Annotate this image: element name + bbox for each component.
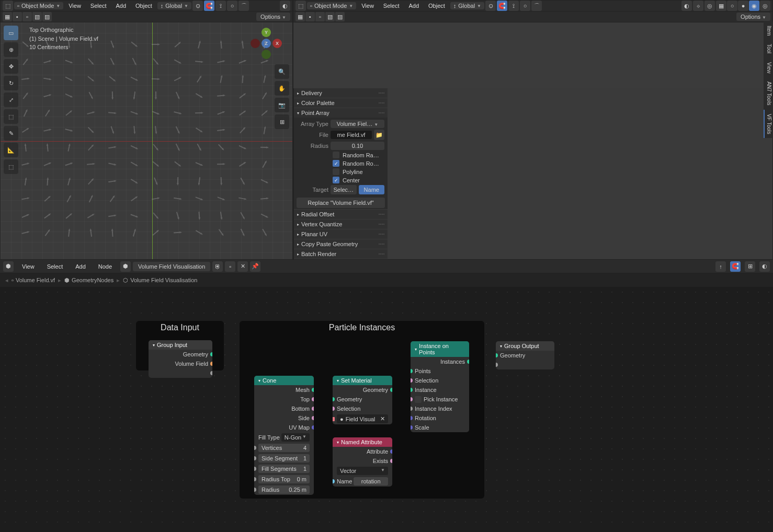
panel-color-palette[interactable]: ▸Color Palette (294, 98, 388, 108)
menu-view[interactable]: View (64, 2, 85, 10)
pivot-icon[interactable]: ⊙ (485, 1, 496, 11)
snap-icon[interactable]: 🧲 (497, 1, 507, 11)
panel-batch-render[interactable]: ▸Batch Render (294, 249, 388, 259)
pan-tool[interactable]: ✋ (275, 81, 289, 96)
select-mode-2[interactable]: ▪ (13, 12, 22, 21)
shield-icon[interactable]: ⛨ (212, 261, 223, 272)
transform-tool[interactable]: ⬚ (4, 109, 18, 124)
file-field[interactable]: me Field.vf (331, 131, 372, 139)
polyline-check[interactable]: Polyline (297, 168, 384, 175)
mode-selector[interactable]: ▫ Object Mode ▼ (14, 2, 63, 9)
replace-button[interactable]: Replace "Volume Field.vf" (297, 198, 385, 208)
select-mode-3[interactable]: ▫ (22, 12, 32, 21)
select-mode-5[interactable]: ▨ (42, 12, 52, 21)
random-ro-check[interactable]: Random Ro… (297, 160, 384, 167)
node-group-output[interactable]: ▾Group Output Geometry (496, 341, 554, 369)
options-button[interactable]: Options ▼ (736, 13, 770, 21)
tab-tool[interactable]: Tool (764, 40, 773, 57)
duplicate-icon[interactable]: ▫ (225, 261, 235, 272)
tab-item[interactable]: Item (764, 21, 773, 40)
overlay-icon[interactable]: ◐ (681, 1, 692, 11)
falloff-icon[interactable]: ⌒ (531, 1, 542, 11)
target-name-btn[interactable]: Name (359, 185, 385, 194)
zoom-tool[interactable]: 🔍 (275, 64, 289, 79)
parent-icon[interactable]: ↑ (715, 261, 726, 272)
shading-material[interactable]: ◉ (749, 1, 759, 11)
menu-add[interactable]: Add (71, 262, 90, 271)
orientation-selector[interactable]: ↕Global▼ (450, 2, 484, 9)
node-cone[interactable]: ▾Cone Mesh Top Bottom Side UV Map Fill T… (254, 376, 314, 495)
editor-type-icon[interactable]: ⬢ (3, 261, 14, 272)
proportional-icon[interactable]: ○ (227, 1, 237, 11)
shading-wire[interactable]: ○ (727, 1, 737, 11)
radius-field[interactable]: 0.10 (331, 142, 384, 150)
overlay-icon[interactable]: ◐ (280, 1, 290, 11)
snap-type[interactable]: ⊞ (745, 261, 755, 272)
menu-select[interactable]: Select (379, 2, 404, 10)
target-select-btn[interactable]: Selec… (331, 185, 357, 194)
scale-tool[interactable]: ⤢ (4, 92, 18, 107)
menu-select[interactable]: Select (43, 262, 67, 271)
tree-type-icon[interactable]: ⬢ (120, 261, 131, 272)
editor-type-icon[interactable]: ⬚ (295, 1, 306, 11)
cursor-tool[interactable]: ⊕ (4, 42, 18, 57)
mode-selector[interactable]: ▫Object Mode▼ (307, 2, 356, 9)
material-field[interactable]: ●Field Visual✕ (337, 414, 388, 423)
shading-solid[interactable]: ● (738, 1, 748, 11)
menu-node[interactable]: Node (94, 262, 116, 271)
random-ra-check[interactable]: Random Ra… (297, 152, 384, 158)
overlay-toggle[interactable]: ◐ (759, 261, 770, 272)
tab-view[interactable]: View (764, 58, 773, 78)
panel-vertex-quantize[interactable]: ▸Vertex Quantize (294, 219, 388, 229)
node-tree-name[interactable]: Volume Field Visualisation (133, 262, 210, 271)
tab-an7-tools[interactable]: AN7 Tools (764, 77, 773, 109)
panel-point-array[interactable]: ▾Point Array (294, 108, 388, 118)
unlink-icon[interactable]: ✕ (237, 261, 248, 272)
snap-icon[interactable]: 🧲 (204, 1, 214, 11)
center-check[interactable]: Center (297, 177, 384, 183)
file-browse-icon[interactable]: 📁 (374, 130, 384, 140)
bc-modifier[interactable]: ⬢GeometryNodes (64, 277, 113, 284)
fill-type-dropdown[interactable]: N-Gon▼ (281, 433, 310, 442)
orientation-selector[interactable]: ↕Global▼ (157, 2, 191, 9)
menu-view[interactable]: View (18, 262, 39, 271)
snap-toggle[interactable]: 🧲 (730, 261, 741, 272)
node-canvas[interactable]: Data Input Particle Instances ▾Group Inp… (0, 287, 773, 532)
proportional-icon[interactable]: ○ (520, 1, 530, 11)
panel-delivery[interactable]: ▸Delivery (294, 88, 388, 98)
editor-type-icon[interactable]: ⬚ (3, 1, 13, 11)
menu-add[interactable]: Add (404, 2, 423, 10)
viewport-3d-left[interactable]: Top Orthographic (1) Scene | Volume Fiel… (1, 22, 292, 259)
node-instance-on-points[interactable]: ▾Instance on Points Instances Points Sel… (411, 341, 469, 432)
xray-toggle[interactable]: ▦ (716, 1, 726, 11)
menu-add[interactable]: Add (111, 2, 130, 10)
bc-object[interactable]: ▫Volume Field.vf (12, 277, 55, 283)
node-named-attribute[interactable]: ▾Named Attribute Attribute Exists Vector… (333, 437, 392, 487)
radius-top-field[interactable]: Radius Top0 m (258, 475, 310, 483)
attr-name-field[interactable]: rotation (354, 477, 388, 485)
type-dropdown[interactable]: Vector▼ (337, 467, 388, 475)
menu-object[interactable]: Object (424, 2, 449, 10)
node-group-input[interactable]: ▾Group Input Geometry Volume Field (149, 340, 212, 378)
pin-icon[interactable]: 📌 (250, 261, 260, 272)
menu-object[interactable]: Object (131, 2, 156, 10)
options-button[interactable]: Options ▼ (256, 13, 290, 21)
array-type-dropdown[interactable]: Volume Fiel… ▼ (331, 120, 384, 128)
move-tool[interactable]: ✥ (4, 59, 18, 74)
select-tool[interactable]: ▭ (4, 26, 18, 40)
select-mode-icon[interactable]: ▦ (3, 12, 12, 21)
vertices-field[interactable]: Vertices4 (258, 444, 310, 452)
panel-planar-uv[interactable]: ▸Planar UV (294, 229, 388, 239)
select-mode-4[interactable]: ▧ (32, 12, 42, 21)
pivot-icon[interactable]: ⊙ (192, 1, 203, 11)
bc-nodetree[interactable]: ⬡Volume Field Visualisation (123, 277, 197, 284)
rotate-tool[interactable]: ↻ (4, 76, 18, 90)
panel-radial-offset[interactable]: ▸Radial Offset (294, 210, 388, 219)
measure-tool[interactable]: 📐 (4, 143, 18, 157)
side-segment-field[interactable]: Side Segment1 (258, 454, 310, 462)
overlays-toggle[interactable]: ◎ (704, 1, 715, 11)
node-set-material[interactable]: ▾Set Material Geometry Geometry Selectio… (333, 376, 392, 424)
grid-toggle[interactable]: ⊞ (275, 114, 289, 129)
tab-vf-tools[interactable]: VF Tools (764, 110, 773, 138)
menu-select[interactable]: Select (86, 2, 111, 10)
